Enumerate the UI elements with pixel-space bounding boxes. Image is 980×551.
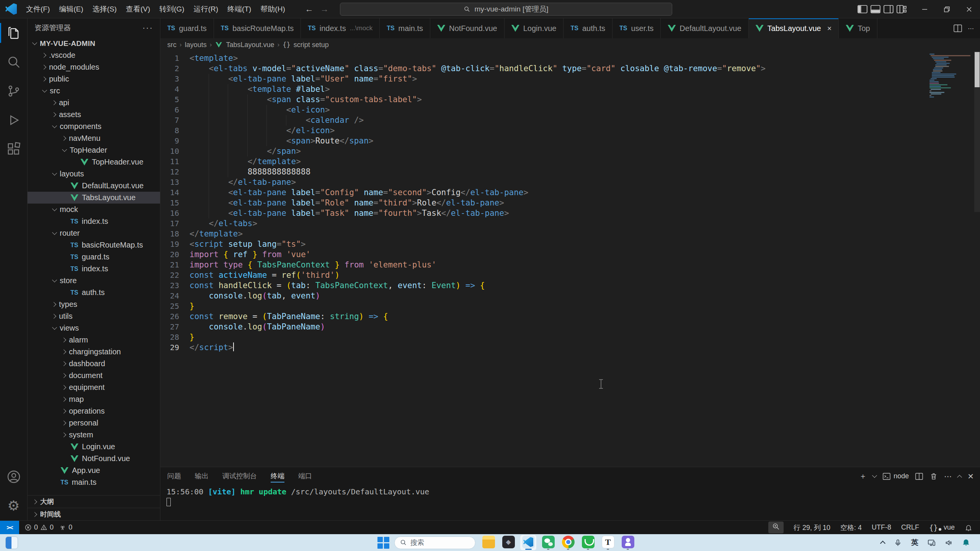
tree-item[interactable]: DefaultLayout.vue — [28, 180, 160, 192]
split-editor-icon[interactable] — [953, 24, 962, 33]
timeline-section[interactable]: 时间线 — [28, 508, 160, 520]
toggle-panel-icon[interactable] — [871, 5, 880, 13]
tree-item[interactable]: TabsLayout.vue — [28, 192, 160, 204]
tree-item[interactable]: views — [28, 322, 160, 334]
tree-item[interactable]: TSindex.ts — [28, 215, 160, 227]
activity-bar-run-debug-icon[interactable] — [0, 106, 28, 135]
taskbar-app-dark-app[interactable]: ◆ — [500, 535, 516, 550]
activity-bar-source-control-icon[interactable] — [0, 77, 28, 106]
tree-item[interactable]: document — [28, 370, 160, 381]
editor-tab[interactable]: TSbasicRouteMap.ts — [214, 18, 301, 38]
editor-tab[interactable]: TSuser.ts — [612, 18, 661, 38]
activity-bar-settings-gear-icon[interactable]: ⚙ — [0, 491, 28, 520]
minimap[interactable] — [929, 54, 972, 98]
tree-item[interactable]: TSauth.ts — [28, 287, 160, 298]
panel-tab-端口[interactable]: 端口 — [298, 467, 312, 485]
activity-bar-explorer-icon[interactable] — [0, 18, 28, 47]
tree-item[interactable]: TSmain.ts — [28, 476, 160, 488]
taskbar-app-typora[interactable]: T — [600, 535, 616, 550]
scrollbar-thumb[interactable] — [975, 52, 980, 87]
menu-item[interactable]: 查看(V) — [121, 0, 155, 18]
editor-tab[interactable]: DefaultLayout.vue — [661, 18, 748, 38]
editor-tab[interactable]: Top — [839, 18, 877, 38]
language-mode[interactable]: {} vue — [929, 523, 955, 532]
breadcrumb[interactable]: src›layouts›TabsLayout.vue›{}script setu… — [160, 38, 980, 51]
problems-indicator[interactable]: 0 0 — [24, 523, 54, 531]
tree-item[interactable]: assets — [28, 109, 160, 121]
taskbar-app-purple-app[interactable] — [620, 535, 636, 550]
menu-item[interactable]: 文件(F) — [21, 0, 54, 18]
tree-item[interactable]: mock — [28, 204, 160, 215]
tree-item[interactable]: TSguard.ts — [28, 251, 160, 263]
menu-item[interactable]: 转到(G) — [155, 0, 189, 18]
terminal-dropdown-icon[interactable] — [872, 473, 877, 478]
menu-item[interactable]: 终端(T) — [223, 0, 256, 18]
taskbar-app-green-app[interactable] — [580, 535, 596, 550]
breadcrumb-item[interactable]: src — [167, 41, 176, 49]
breadcrumb-item[interactable]: TabsLayout.vue — [226, 41, 274, 49]
editor-tab[interactable]: Login.vue — [505, 18, 564, 38]
new-terminal-icon[interactable]: ＋ — [859, 471, 867, 481]
menu-item[interactable]: 编辑(E) — [54, 0, 88, 18]
tree-item[interactable]: system — [28, 429, 160, 441]
indentation[interactable]: 空格: 4 — [840, 523, 862, 532]
taskbar-app-chrome[interactable] — [560, 535, 576, 550]
tree-item[interactable]: alarm — [28, 334, 160, 346]
terminal-instance[interactable]: node — [882, 472, 909, 481]
panel-tab-问题[interactable]: 问题 — [167, 467, 181, 485]
tree-item[interactable]: types — [28, 298, 160, 310]
eol-sequence[interactable]: CRLF — [901, 523, 919, 531]
display-icon[interactable] — [928, 539, 936, 547]
activity-bar-extensions-icon[interactable] — [0, 135, 28, 164]
broadcast-indicator[interactable]: 0 — [59, 523, 72, 531]
tree-item[interactable]: TSindex.ts — [28, 263, 160, 275]
taskbar-app-wechat[interactable] — [540, 535, 556, 550]
tree-item[interactable]: NotFound.vue — [28, 453, 160, 465]
sidebar-more-actions-icon[interactable]: ··· — [142, 23, 153, 33]
minimize-button[interactable] — [913, 0, 936, 18]
editor-tab[interactable]: TSmain.ts — [380, 18, 430, 38]
toggle-secondary-sidebar-icon[interactable] — [884, 5, 893, 13]
menu-item[interactable]: 帮助(H) — [256, 0, 289, 18]
editor-tab[interactable]: TSindex.ts...\mock — [301, 18, 380, 38]
taskbar-app-file-explorer[interactable] — [480, 535, 497, 550]
tree-item[interactable]: navMenu — [28, 132, 160, 144]
tree-item[interactable]: TSbasicRouteMap.ts — [28, 239, 160, 251]
tree-item[interactable]: api — [28, 97, 160, 109]
split-terminal-icon[interactable] — [915, 472, 923, 481]
editor-more-actions-icon[interactable]: ⋯ — [968, 25, 974, 32]
customize-layout-icon[interactable] — [897, 5, 906, 13]
tree-item[interactable]: node_modules — [28, 61, 160, 73]
editor-tab[interactable]: TabsLayout.vue× — [749, 18, 839, 38]
hidden-icons-chevron[interactable] — [880, 541, 885, 546]
tree-item[interactable]: TopHeader.vue — [28, 156, 160, 168]
tree-item[interactable]: store — [28, 275, 160, 287]
tree-item[interactable]: App.vue — [28, 465, 160, 476]
editor-tab[interactable]: NotFound.vue — [430, 18, 505, 38]
tree-item[interactable]: map — [28, 393, 160, 405]
start-button[interactable] — [377, 536, 389, 549]
menu-item[interactable]: 运行(R) — [189, 0, 223, 18]
panel-tab-输出[interactable]: 输出 — [195, 467, 209, 485]
tree-item[interactable]: operations — [28, 405, 160, 417]
cursor-position[interactable]: 行 29, 列 10 — [794, 523, 830, 532]
remote-indicator[interactable]: >< — [0, 521, 19, 534]
tree-item[interactable]: src — [28, 85, 160, 97]
nav-forward-button[interactable]: → — [320, 4, 329, 14]
editor-tab[interactable]: TSguard.ts — [160, 18, 214, 38]
tree-item[interactable]: personal — [28, 417, 160, 429]
tree-item[interactable]: Login.vue — [28, 441, 160, 453]
close-window-button[interactable] — [958, 0, 980, 18]
notification-bell-icon[interactable] — [962, 538, 970, 548]
widgets-icon[interactable] — [5, 536, 18, 549]
outline-section[interactable]: 大纲 — [28, 495, 160, 508]
encoding[interactable]: UTF-8 — [872, 523, 891, 531]
close-panel-icon[interactable]: ✕ — [967, 472, 974, 481]
tree-item[interactable]: utils — [28, 310, 160, 322]
notifications-bell[interactable] — [965, 524, 972, 531]
volume-icon[interactable] — [945, 539, 953, 547]
tree-item[interactable]: .vscode — [28, 49, 160, 61]
tree-item[interactable]: layouts — [28, 168, 160, 180]
toggle-sidebar-icon[interactable] — [858, 5, 867, 13]
tree-item[interactable]: chargingstation — [28, 346, 160, 358]
